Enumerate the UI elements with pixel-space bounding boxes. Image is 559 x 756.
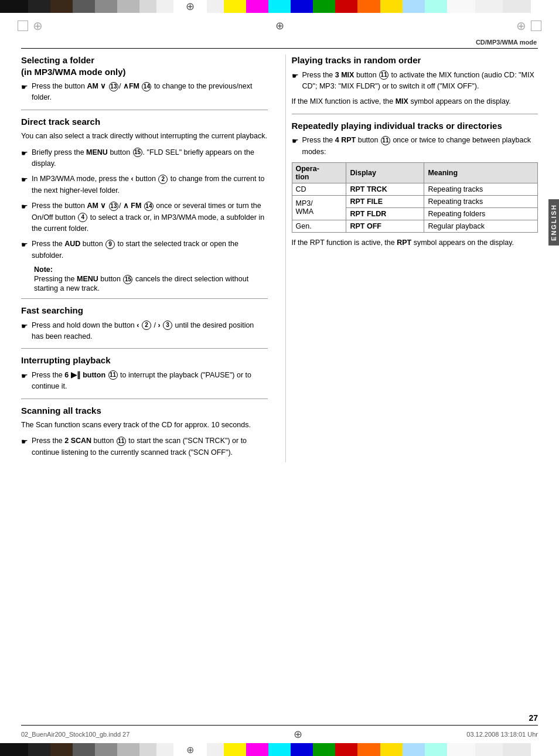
direct-track-bullet-3: ☛ Press the button AM ∨ 13/ ∧ FM 14 once… xyxy=(21,200,268,234)
table-cell-meaning: Regular playback xyxy=(424,220,538,232)
section-interrupting-playback: Interrupting playback ☛ Press the 6 ▶‖ b… xyxy=(21,355,268,392)
english-tab: ENGLISH xyxy=(548,199,559,246)
footer-content: 02_BuenAir200_Stock100_gb.indd 27 ⊕ 03.1… xyxy=(0,726,559,743)
direct-track-bullet-1: ☛ Briefly press the MENU button 15. "FLD… xyxy=(21,147,268,170)
scanning-all-tracks-body: The Scan function scans every track of t… xyxy=(21,420,268,431)
sub-rule-3 xyxy=(21,348,268,349)
playing-tracks-random-bullet: ☛ Press the 3 MIX button 11 to activate … xyxy=(292,70,538,93)
selecting-folder-bullet: ☛ Press the button AM ∨ 13/ ∧FM 14 to ch… xyxy=(21,81,268,104)
bullet-arrow-icon: ☛ xyxy=(21,148,28,159)
page-header: ⊕ ⊕ ⊕ xyxy=(0,13,559,39)
section-repeatedly-playing: Repeatedly playing individual tracks or … xyxy=(292,120,538,249)
table-row: Gen. RPT OFF Regular playback xyxy=(292,220,538,232)
repeatedly-playing-bullet: ☛ Press the 4 RPT button 11 once or twic… xyxy=(292,135,538,158)
scanning-all-tracks-text: Press the 2 SCAN button 11 to start the … xyxy=(32,435,268,458)
section-fast-searching: Fast searching ☛ Press and hold down the… xyxy=(21,305,268,342)
corner-mark-tr xyxy=(531,21,541,31)
selecting-folder-text: Press the button AM ∨ 13/ ∧FM 14 to chan… xyxy=(32,81,268,104)
direct-track-search-body: You can also select a track directly wit… xyxy=(21,131,268,142)
bullet-arrow-icon: ☛ xyxy=(21,436,28,448)
interrupting-playback-text: Press the 6 ▶‖ button 11 to interrupt th… xyxy=(32,370,268,393)
interrupting-playback-title: Interrupting playback xyxy=(21,355,268,366)
table-cell-meaning: Repeating tracks xyxy=(424,183,538,195)
direct-track-search-title: Direct track search xyxy=(21,116,268,128)
playing-tracks-random-title: Playing tracks in random order xyxy=(292,55,538,66)
section-direct-track-search: Direct track search You can also select … xyxy=(21,116,268,292)
footer-reg-mark: ⊕ xyxy=(294,728,302,741)
table-row: MP3/WMA RPT FILE Repeating tracks xyxy=(292,195,538,207)
table-cell-meaning: Repeating folders xyxy=(424,207,538,220)
table-header-meaning: Meaning xyxy=(424,162,538,183)
footer-date-info: 03.12.2008 13:18:01 Uhr xyxy=(466,731,538,738)
note-title: Note: xyxy=(34,265,268,274)
rpt-symbol-text: If the RPT function is active, the RPT s… xyxy=(292,237,538,248)
sub-rule-2 xyxy=(21,298,268,299)
table-header-operation: Opera-tion xyxy=(292,162,346,183)
table-cell-operation: Gen. xyxy=(292,220,346,232)
bullet-arrow-icon: ☛ xyxy=(21,321,28,332)
bullet-arrow-icon: ☛ xyxy=(21,239,28,251)
direct-track-bullet-4: ☛ Press the AUD button 9 to start the se… xyxy=(21,239,268,261)
table-cell-display: RPT FILE xyxy=(346,195,424,207)
bullet-arrow-icon: ☛ xyxy=(21,201,28,213)
footer-file-info: 02_BuenAir200_Stock100_gb.indd 27 xyxy=(21,731,129,738)
playing-tracks-random-text: Press the 3 MIX button 11 to activate th… xyxy=(302,70,538,93)
section-selecting-folder: Selecting a folder (in MP3/WMA mode only… xyxy=(21,55,268,104)
bullet-arrow-icon: ☛ xyxy=(292,135,299,147)
fast-searching-title: Fast searching xyxy=(21,305,268,316)
note-box: Note: Pressing the MENU button 15 cancel… xyxy=(34,265,268,292)
reg-mark-center: ⊕ xyxy=(275,19,284,32)
right-column: Playing tracks in random order ☛ Press t… xyxy=(285,55,538,462)
interrupting-playback-bullet: ☛ Press the 6 ▶‖ button 11 to interrupt … xyxy=(21,370,268,393)
table-header-display: Display xyxy=(346,162,424,183)
bullet-arrow-icon: ☛ xyxy=(21,174,28,186)
table-cell-display: RPT TRCK xyxy=(346,183,424,195)
bullet-arrow-icon: ☛ xyxy=(21,370,28,382)
direct-track-bullet-2: ☛ In MP3/WMA mode, press the ‹ button 2 … xyxy=(21,173,268,196)
page-footer: 27 02_BuenAir200_Stock100_gb.indd 27 ⊕ 0… xyxy=(0,713,559,756)
direct-track-text-3: Press the button AM ∨ 13/ ∧ FM 14 once o… xyxy=(32,200,268,234)
table-cell-operation: CD xyxy=(292,183,346,195)
section-playing-tracks-random: Playing tracks in random order ☛ Press t… xyxy=(292,55,538,108)
left-column: Selecting a folder (in MP3/WMA mode only… xyxy=(21,55,274,462)
selecting-folder-title: Selecting a folder (in MP3/WMA mode only… xyxy=(21,55,268,77)
sub-rule-1 xyxy=(21,110,268,110)
mix-symbol-text: If the MIX function is active, the MIX s… xyxy=(292,96,538,107)
table-row: CD RPT TRCK Repeating tracks xyxy=(292,183,538,195)
direct-track-text-1: Briefly press the MENU button 15. "FLD S… xyxy=(32,147,268,170)
page-number: 27 xyxy=(0,713,559,725)
bullet-arrow-icon: ☛ xyxy=(21,81,28,93)
table-cell-display: RPT OFF xyxy=(346,220,424,232)
top-color-bar: ⊕ xyxy=(0,0,559,13)
table-cell-display: RPT FLDR xyxy=(346,207,424,220)
main-content: Selecting a folder (in MP3/WMA mode only… xyxy=(0,49,559,462)
section-label: CD/MP3/WMA mode xyxy=(0,39,559,46)
repeatedly-playing-title: Repeatedly playing individual tracks or … xyxy=(292,120,538,132)
reg-mark-right: ⊕ xyxy=(516,20,526,32)
corner-mark-tl xyxy=(18,21,28,31)
sub-rule-right-1 xyxy=(292,114,538,114)
rpt-table: Opera-tion Display Meaning CD RPT TRCK R… xyxy=(292,162,538,233)
table-cell-operation: MP3/WMA xyxy=(292,195,346,220)
section-scanning-all-tracks: Scanning all tracks The Scan function sc… xyxy=(21,405,268,459)
fast-searching-bullet: ☛ Press and hold down the button ‹ 2 / ›… xyxy=(21,320,268,343)
scanning-all-tracks-bullet: ☛ Press the 2 SCAN button 11 to start th… xyxy=(21,435,268,458)
repeatedly-playing-text: Press the 4 RPT button 11 once or twice … xyxy=(302,135,538,158)
direct-track-text-2: In MP3/WMA mode, press the ‹ button 2 to… xyxy=(32,173,268,196)
bottom-color-bar: ⊕ xyxy=(0,743,559,756)
sub-rule-4 xyxy=(21,399,268,399)
table-cell-meaning: Repeating tracks xyxy=(424,195,538,207)
note-text: Pressing the MENU button 15 cancels the … xyxy=(34,275,268,292)
bullet-arrow-icon: ☛ xyxy=(292,70,299,82)
scanning-all-tracks-title: Scanning all tracks xyxy=(21,405,268,417)
direct-track-text-4: Press the AUD button 9 to start the sele… xyxy=(32,239,268,261)
reg-mark-left: ⊕ xyxy=(33,20,43,32)
fast-searching-text: Press and hold down the button ‹ 2 / › 3… xyxy=(32,320,268,343)
